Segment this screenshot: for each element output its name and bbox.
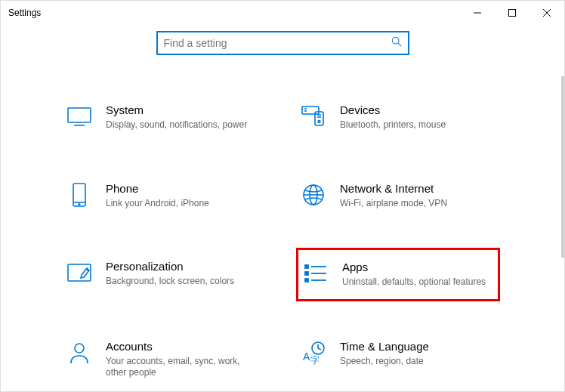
category-text: Network & Internet Wi-Fi, airplane mode,… <box>340 182 496 210</box>
category-system[interactable]: System Display, sound, notifications, po… <box>62 99 266 136</box>
category-text: System Display, sound, notifications, po… <box>106 103 261 131</box>
svg-point-4 <box>392 37 399 44</box>
svg-line-32 <box>318 348 321 350</box>
category-text: Time & Language Speech, region, date <box>340 340 496 368</box>
category-title: System <box>106 103 261 116</box>
category-title: Accounts <box>106 340 261 353</box>
category-desc: Display, sound, notifications, power <box>106 119 261 131</box>
search-icon <box>391 36 402 50</box>
category-time[interactable]: A字 Time & Language Speech, region, date <box>296 335 500 384</box>
search-container <box>1 31 564 55</box>
category-network[interactable]: Network & Internet Wi-Fi, airplane mode,… <box>296 177 500 215</box>
svg-text:A: A <box>303 350 310 363</box>
category-apps[interactable]: Apps Uninstall, defaults, optional featu… <box>296 248 500 301</box>
search-input[interactable] <box>164 37 391 49</box>
svg-point-17 <box>79 203 80 205</box>
svg-rect-8 <box>302 106 319 114</box>
category-desc: Uninstall, defaults, optional features <box>342 276 493 289</box>
titlebar: Settings <box>1 1 564 25</box>
svg-text:字: 字 <box>310 355 320 365</box>
minimize-icon <box>474 9 481 17</box>
svg-point-12 <box>318 121 320 123</box>
maximize-button[interactable] <box>495 1 529 25</box>
category-desc: Wi-Fi, airplane mode, VPN <box>340 198 496 210</box>
category-text: Apps Uninstall, defaults, optional featu… <box>342 261 493 289</box>
phone-icon <box>66 182 92 208</box>
devices-icon <box>301 103 326 129</box>
maximize-icon <box>508 9 516 17</box>
svg-rect-23 <box>305 265 308 268</box>
apps-icon <box>303 261 329 286</box>
close-button[interactable] <box>529 1 564 25</box>
minimize-button[interactable] <box>460 1 495 25</box>
network-icon <box>301 182 326 208</box>
category-text: Devices Bluetooth, printers, mouse <box>340 103 496 131</box>
category-text: Phone Link your Android, iPhone <box>106 182 261 210</box>
accounts-icon <box>66 340 92 366</box>
category-desc: Speech, region, date <box>340 356 496 368</box>
category-desc: Your accounts, email, sync, work, other … <box>106 356 261 379</box>
svg-rect-6 <box>68 108 91 122</box>
content-area: System Display, sound, notifications, po… <box>1 76 561 391</box>
time-language-icon: A字 <box>301 340 326 366</box>
close-icon <box>543 9 551 17</box>
window-controls <box>460 1 564 25</box>
scrollbar[interactable] <box>561 76 564 258</box>
category-desc: Bluetooth, printers, mouse <box>340 119 496 131</box>
category-text: Personalization Background, lock screen,… <box>106 260 261 288</box>
category-text: Accounts Your accounts, email, sync, wor… <box>106 340 261 379</box>
svg-line-5 <box>398 43 401 46</box>
window-title: Settings <box>8 8 41 18</box>
category-title: Apps <box>342 261 493 273</box>
category-title: Phone <box>106 182 261 195</box>
category-phone[interactable]: Phone Link your Android, iPhone <box>62 177 266 215</box>
category-desc: Link your Android, iPhone <box>106 198 261 210</box>
svg-rect-1 <box>509 10 516 17</box>
categories-grid: System Display, sound, notifications, po… <box>62 99 500 384</box>
category-title: Personalization <box>106 260 261 273</box>
svg-rect-25 <box>305 272 308 275</box>
category-title: Network & Internet <box>340 182 496 195</box>
personalization-icon <box>66 260 92 286</box>
category-accounts[interactable]: Accounts Your accounts, email, sync, wor… <box>62 335 266 384</box>
search-box[interactable] <box>156 31 409 55</box>
svg-rect-27 <box>305 279 308 282</box>
system-icon <box>66 103 92 129</box>
svg-point-29 <box>75 344 84 353</box>
category-title: Devices <box>340 103 496 116</box>
category-personalization[interactable]: Personalization Background, lock screen,… <box>62 255 266 294</box>
category-title: Time & Language <box>340 340 496 353</box>
category-devices[interactable]: Devices Bluetooth, printers, mouse <box>296 99 500 136</box>
category-desc: Background, lock screen, colors <box>106 276 261 288</box>
